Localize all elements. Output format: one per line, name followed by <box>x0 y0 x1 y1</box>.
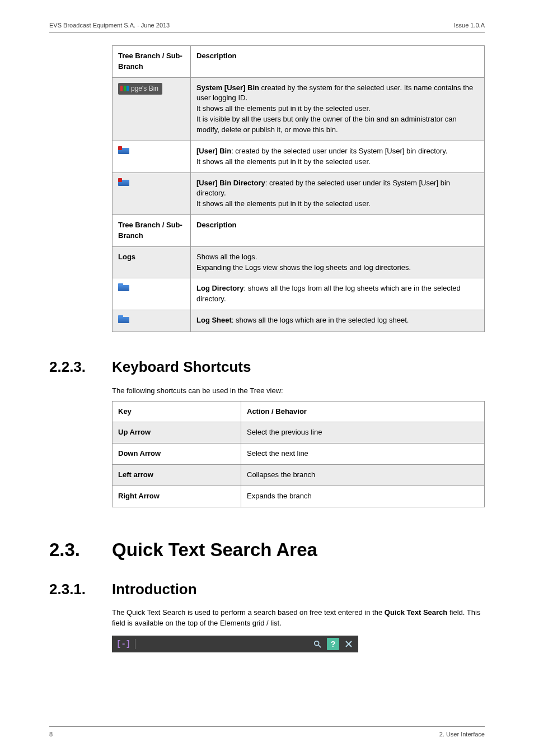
sec231-paragraph: The Quick Text Search is used to perform… <box>112 608 485 629</box>
table1-row0-c2: System [User] Bin created by the system … <box>191 77 485 141</box>
table2-row1-c2: Log Directory: shows all the logs from a… <box>191 278 485 310</box>
header-left: EVS Broadcast Equipment S.A. - June 2013 <box>49 21 170 30</box>
table1-row2-c2: [User] Bin Directory: created by the sel… <box>191 172 485 215</box>
bin-badge-dots-icon <box>120 86 129 91</box>
table2-row0-plain: Shows all the logs. Expanding the Logs v… <box>196 253 411 272</box>
page-footer: 8 2. User Interface <box>49 726 485 739</box>
heading-23-title: Quick Text Search Area <box>112 536 317 563</box>
table1-row1-rest: : created by the selected user under its… <box>196 147 447 166</box>
shortcuts-r0-v: Select the previous line <box>241 422 485 444</box>
close-icon[interactable] <box>343 638 355 650</box>
table2-row1-c1 <box>113 278 191 310</box>
table1-row0-strong: System [User] Bin <box>196 83 259 92</box>
shortcuts-r0-k-label: Up Arrow <box>118 428 151 436</box>
footer-page-number: 8 <box>49 730 53 739</box>
shortcuts-head-key: Key <box>113 401 241 422</box>
table2-row2-strong: Log Sheet <box>196 316 232 324</box>
table1-head-c1: Tree Branch / Sub-Branch <box>113 45 191 77</box>
table1-row1-c2: [User] Bin: created by the selected user… <box>191 141 485 172</box>
heading-231-num: 2.3.1. <box>49 579 112 600</box>
page-header: EVS Broadcast Equipment S.A. - June 2013… <box>49 21 485 33</box>
shortcuts-r1-k: Down Arrow <box>113 444 241 465</box>
shortcuts-r1-v: Select the next line <box>241 444 485 465</box>
shortcuts-r2-k-label: Left arrow <box>118 470 153 479</box>
heading-23-num: 2.3. <box>49 536 112 563</box>
heading-23: 2.3. Quick Text Search Area <box>49 536 485 563</box>
header-right: Issue 1.0.A <box>454 21 485 30</box>
folder-blue-icon <box>118 283 129 291</box>
table2-row0-c1: Logs <box>113 246 191 278</box>
tree-branch-table-1: Tree Branch / Sub-Branch Description pge… <box>112 45 485 332</box>
search-icon[interactable] <box>311 638 324 650</box>
shortcuts-r3-k-label: Right Arrow <box>118 492 160 500</box>
table2-head-c1: Tree Branch / Sub-Branch <box>113 215 191 247</box>
search-input[interactable] <box>139 638 308 650</box>
table2-head-c2: Description <box>191 215 485 247</box>
heading-231-title: Introduction <box>112 579 197 600</box>
table1-head-c2: Description <box>191 45 485 77</box>
pges-bin-badge: pge's Bin <box>118 83 162 95</box>
shortcuts-r1-k-label: Down Arrow <box>118 449 161 458</box>
help-icon[interactable]: ? <box>327 638 339 650</box>
table1-row2-strong: [User] Bin Directory <box>196 179 265 187</box>
shortcuts-r3-k: Right Arrow <box>113 486 241 507</box>
heading-231: 2.3.1. Introduction <box>49 579 485 600</box>
svg-point-0 <box>315 641 319 646</box>
shortcuts-r3-v: Expands the branch <box>241 486 485 507</box>
table2-row1-strong: Log Directory <box>196 284 244 292</box>
table1-row1-strong: [User] Bin <box>196 147 231 155</box>
table1-row0-c1: pge's Bin <box>113 77 191 141</box>
sec231-p1b: Quick Text Search <box>385 608 447 617</box>
heading-223-num: 2.2.3. <box>49 357 112 378</box>
shortcuts-r2-v: Collapses the branch <box>241 465 485 486</box>
heading-223: 2.2.3. Keyboard Shortcuts <box>49 357 485 378</box>
heading-223-title: Keyboard Shortcuts <box>112 357 251 378</box>
footer-section: 2. User Interface <box>439 730 485 739</box>
svg-line-1 <box>318 645 321 647</box>
shortcuts-r2-k: Left arrow <box>113 465 241 486</box>
table2-row2-rest: : shows all the logs which are in the se… <box>232 316 409 324</box>
table2-row2-c1 <box>113 310 191 332</box>
search-bracket-toggle[interactable]: [-] <box>115 638 132 650</box>
bin-badge-label: pge's Bin <box>131 84 158 94</box>
table1-row1-c1 <box>113 141 191 172</box>
shortcuts-r0-k: Up Arrow <box>113 422 241 444</box>
quick-text-search-bar: [-] ? <box>112 636 358 652</box>
sec231-p1a: The Quick Text Search is used to perform… <box>112 608 385 617</box>
table2-row2-c2: Log Sheet: shows all the logs which are … <box>191 310 485 332</box>
search-separator <box>135 639 135 649</box>
table2-row0-c2: Shows all the logs. Expanding the Logs v… <box>191 246 485 278</box>
sec223-intro: The following shortcuts can be used in t… <box>112 386 485 396</box>
shortcuts-table: Key Action / Behavior Up Arrow Select th… <box>112 401 485 507</box>
table2-row0-c1-text: Logs <box>118 253 135 261</box>
folder-red-icon <box>118 146 129 154</box>
table1-row2-c1 <box>113 172 191 215</box>
shortcuts-head-action: Action / Behavior <box>241 401 485 422</box>
folder-blue-icon <box>118 315 129 323</box>
folder-red-icon <box>118 178 129 186</box>
